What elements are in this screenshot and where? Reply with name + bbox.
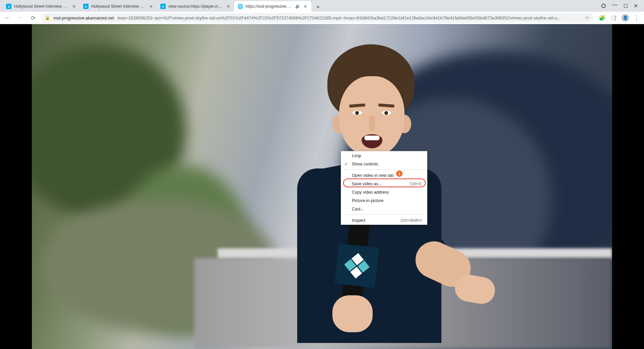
tab-title: Hollywood Street Interview with [91, 4, 146, 9]
lock-icon[interactable]: 🔒 [45, 15, 50, 20]
mic-flag-logo [335, 244, 379, 288]
browser-tab-3-active[interactable]: 🌐 https://vod-progressive.akam 🔊 ✕ [234, 1, 311, 12]
extensions-icon[interactable]: 🧩 [599, 15, 605, 21]
vimeo-icon: v [6, 4, 11, 9]
browser-tab-1[interactable]: v Hollywood Street Interview with ✕ [80, 1, 157, 12]
chrome-menu-icon[interactable]: ⋮ [634, 14, 639, 21]
close-tab-icon[interactable]: ✕ [149, 4, 154, 9]
new-tab-button[interactable]: + [313, 2, 323, 12]
ctx-label: Open video in new tab [352, 173, 393, 178]
tab-strip-bar: v Hollywood Street Interview with ✕ v Ho… [0, 0, 644, 12]
reading-list-icon[interactable]: 📑 [610, 15, 617, 21]
tab-title: view-source:https://player.vimeo [168, 4, 223, 9]
bookmark-star-icon[interactable]: ☆ [585, 15, 589, 21]
ctx-save-video-as[interactable]: Save video as... Ctrl+S [341, 180, 427, 188]
close-tab-icon[interactable]: ✕ [71, 4, 76, 9]
ctx-copy-video-address[interactable]: Copy video address [341, 188, 427, 196]
browser-toolbar: ← → ⟳ 🔒 vod-progressive.akamaized.net /e… [0, 12, 644, 24]
nav-reload-button[interactable]: ⟳ [28, 13, 38, 22]
tab-strip: v Hollywood Street Interview with ✕ v Ho… [3, 0, 323, 12]
ctx-label: Save video as... [352, 182, 382, 186]
profile-avatar-icon[interactable]: 👤 [622, 14, 629, 21]
video-player[interactable] [32, 24, 612, 349]
window-minimize-button[interactable]: — [612, 1, 618, 8]
browser-tab-2[interactable]: v view-source:https://player.vimeo ✕ [157, 1, 234, 12]
ctx-label: Inspect [352, 218, 365, 223]
ctx-cast[interactable]: Cast... [341, 205, 427, 213]
menu-separator [341, 169, 427, 170]
close-tab-icon[interactable]: ✕ [226, 4, 231, 9]
ctx-picture-in-picture[interactable]: Picture-in-picture [341, 196, 427, 205]
toolbar-right-icons: 🧩 📑 👤 ⋮ [597, 14, 641, 21]
check-icon: ✓ [344, 162, 348, 166]
ctx-open-new-tab[interactable]: Open video in new tab [341, 171, 427, 180]
ctx-shortcut: Ctrl+Shift+I [400, 218, 422, 223]
ctx-label: Show controls [352, 162, 378, 166]
nav-back-button[interactable]: ← [3, 13, 12, 22]
url-host: vod-progressive.akamaized.net [53, 15, 114, 20]
menu-separator [341, 214, 427, 215]
globe-icon: 🌐 [237, 4, 243, 9]
url-path: /exp=1628056253~acl=%2Fvimeo-prod-skyfir… [117, 15, 580, 20]
address-bar[interactable]: 🔒 vod-progressive.akamaized.net /exp=162… [41, 13, 593, 22]
ctx-label: Cast... [352, 207, 364, 211]
browser-tab-0[interactable]: v Hollywood Street Interview with ✕ [3, 1, 80, 12]
window-maximize-button[interactable] [624, 4, 628, 8]
tab-title: Hollywood Street Interview with [14, 4, 69, 9]
tab-title: https://vod-progressive.akam [246, 4, 292, 9]
page-content [0, 24, 644, 349]
close-tab-icon[interactable]: ✕ [303, 4, 308, 9]
ctx-show-controls[interactable]: ✓ Show controls [341, 160, 427, 168]
ctx-shortcut: Ctrl+S [410, 182, 422, 186]
vimeo-icon: v [160, 4, 166, 9]
ctx-label: Copy video address [352, 190, 389, 195]
ctx-label: Loop [352, 153, 361, 158]
window-controls: — ✕ [595, 0, 644, 12]
window-close-button[interactable]: ✕ [634, 3, 638, 9]
vimeo-icon: v [83, 4, 89, 9]
tab-audio-icon[interactable]: 🔊 [295, 4, 300, 9]
chrome-sync-icon[interactable] [601, 4, 606, 8]
nav-forward-button[interactable]: → [15, 13, 25, 22]
ctx-inspect[interactable]: Inspect Ctrl+Shift+I [341, 216, 427, 225]
video-context-menu: Loop ✓ Show controls Open video in new t… [341, 151, 427, 225]
ctx-label: Picture-in-picture [352, 198, 383, 203]
ctx-loop[interactable]: Loop [341, 151, 427, 160]
